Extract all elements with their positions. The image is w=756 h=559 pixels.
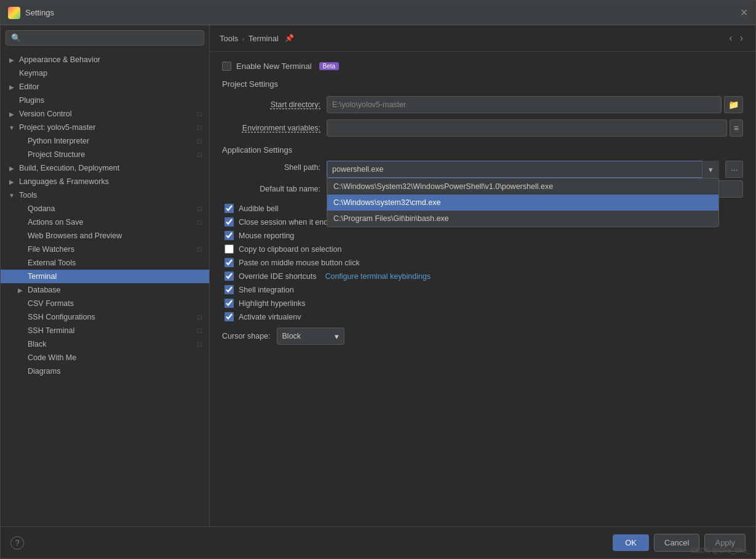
checkbox-activate-virtualenv[interactable] bbox=[225, 312, 234, 321]
sidebar-label-code-with-me: Code With Me bbox=[28, 353, 76, 362]
sidebar-item-ssh-terminal[interactable]: SSH Terminal□ bbox=[1, 324, 209, 337]
sidebar-label-tools: Tools bbox=[19, 191, 37, 199]
search-input[interactable] bbox=[25, 34, 199, 42]
pin-icon[interactable]: 📌 bbox=[285, 34, 294, 42]
sidebar-label-diagrams: Diagrams bbox=[28, 367, 61, 376]
right-panel: Tools › Terminal 📌 ‹ › Enable New Termin… bbox=[210, 25, 755, 526]
sidebar-item-file-watchers[interactable]: File Watchers□ bbox=[1, 243, 209, 256]
close-button[interactable]: ✕ bbox=[740, 7, 748, 18]
checkbox-copy-clipboard[interactable] bbox=[225, 244, 234, 254]
sidebar-item-python-interpreter[interactable]: Python Interpreter□ bbox=[1, 134, 209, 148]
sidebar-item-ssh-configurations[interactable]: SSH Configurations□ bbox=[1, 310, 209, 324]
sidebar-label-black: Black bbox=[28, 340, 47, 348]
sidebar-item-database[interactable]: ▶Database bbox=[1, 283, 209, 297]
checkbox-label-mouse-reporting: Mouse reporting bbox=[239, 231, 294, 240]
sidebar-item-project[interactable]: ▼Project: yolov5-master□ bbox=[1, 121, 209, 134]
sidebar-item-build[interactable]: ▶Build, Execution, Deployment bbox=[1, 161, 209, 175]
checkbox-row-copy-clipboard: Copy to clipboard on selection bbox=[222, 244, 743, 254]
sidebar-item-terminal[interactable]: Terminal□ bbox=[1, 270, 209, 283]
sidebar-item-external-tools[interactable]: External Tools bbox=[1, 256, 209, 270]
shell-dropdown-item-2[interactable]: C:\Program Files\Git\bin\bash.exe bbox=[327, 211, 718, 227]
configure-keybindings-link[interactable]: Configure terminal keybindings bbox=[325, 272, 431, 281]
cursor-shape-value: Block bbox=[282, 332, 301, 340]
sidebar-item-plugins[interactable]: Plugins bbox=[1, 94, 209, 107]
sidebar-item-appearance[interactable]: ▶Appearance & Behavior bbox=[1, 53, 209, 66]
sidebar-item-version-control[interactable]: ▶Version Control□ bbox=[1, 107, 209, 121]
sidebar-item-diagrams[interactable]: Diagrams bbox=[1, 364, 209, 378]
watermark: CSDN @Che_Che_ bbox=[691, 547, 751, 554]
nav-badge-actions-on-save: □ bbox=[197, 219, 202, 226]
enable-new-terminal-label: Enable New Terminal bbox=[236, 62, 312, 71]
checkbox-label-copy-clipboard: Copy to clipboard on selection bbox=[239, 245, 341, 254]
sidebar-item-tools[interactable]: ▼Tools bbox=[1, 188, 209, 202]
panel-nav: ‹ › bbox=[726, 31, 746, 45]
sidebar-item-actions-on-save[interactable]: Actions on Save□ bbox=[1, 215, 209, 229]
sidebar-item-project-structure[interactable]: Project Structure□ bbox=[1, 148, 209, 161]
nav-badge-project-structure: □ bbox=[197, 151, 202, 158]
ok-button[interactable]: OK bbox=[613, 534, 649, 551]
nav-back-button[interactable]: ‹ bbox=[726, 31, 734, 45]
env-variables-input[interactable] bbox=[327, 119, 727, 137]
panel-header: Tools › Terminal 📌 ‹ › bbox=[210, 25, 755, 52]
nav-badge-terminal: □ bbox=[197, 273, 202, 280]
sidebar-label-terminal: Terminal bbox=[28, 272, 57, 281]
sidebar-label-python-interpreter: Python Interpreter bbox=[28, 137, 89, 145]
checkbox-label-paste-middle: Paste on middle mouse button click bbox=[239, 259, 360, 267]
checkbox-shell-integration[interactable] bbox=[225, 285, 234, 294]
shell-dropdown-item-1[interactable]: C:\Windows\system32\cmd.exe bbox=[327, 195, 718, 211]
sidebar-label-keymap: Keymap bbox=[19, 69, 47, 78]
search-box[interactable]: 🔍 bbox=[6, 30, 204, 46]
app-logo bbox=[8, 7, 20, 19]
sidebar-label-external-tools: External Tools bbox=[28, 259, 76, 267]
shell-dropdown-item-0[interactable]: C:\Windows\System32\WindowsPowerShell\v1… bbox=[327, 179, 718, 195]
sidebar-label-editor: Editor bbox=[19, 82, 39, 91]
nav-badge-ssh-terminal: □ bbox=[197, 327, 202, 334]
checkbox-close-session[interactable] bbox=[225, 217, 234, 227]
cursor-shape-arrow: ▾ bbox=[335, 332, 339, 341]
sidebar-item-keymap[interactable]: Keymap bbox=[1, 66, 209, 80]
sidebar-item-black[interactable]: Black□ bbox=[1, 337, 209, 351]
sidebar-label-languages: Languages & Frameworks bbox=[19, 177, 109, 186]
sidebar-item-languages[interactable]: ▶Languages & Frameworks bbox=[1, 175, 209, 188]
sidebar-item-web-browsers[interactable]: Web Browsers and Preview bbox=[1, 229, 209, 243]
shell-path-more-button[interactable]: ··· bbox=[725, 161, 743, 178]
sidebar-item-csv-formats[interactable]: CSV Formats bbox=[1, 297, 209, 310]
sidebar-label-csv-formats: CSV Formats bbox=[28, 299, 74, 308]
cursor-shape-select[interactable]: Block ▾ bbox=[277, 328, 344, 345]
checkbox-label-override-ide: Override IDE shortcuts bbox=[239, 272, 316, 281]
sidebar-item-editor[interactable]: ▶Editor bbox=[1, 80, 209, 94]
checkbox-highlight-hyperlinks[interactable] bbox=[225, 299, 234, 308]
sidebar-item-qodana[interactable]: Qodana□ bbox=[1, 202, 209, 215]
sidebar-label-version-control: Version Control bbox=[19, 110, 71, 118]
default-tab-label: Default tab name: bbox=[222, 185, 320, 193]
breadcrumb: Tools › Terminal 📌 bbox=[220, 34, 294, 43]
enable-new-terminal-checkbox[interactable] bbox=[222, 62, 231, 71]
settings-window: Settings ✕ 🔍 ▶Appearance & BehaviorKeyma… bbox=[0, 0, 756, 559]
start-directory-browse-button[interactable]: 📁 bbox=[724, 96, 743, 113]
checkbox-label-audible-bell: Audible bell bbox=[239, 204, 279, 213]
breadcrumb-parent[interactable]: Tools bbox=[220, 34, 238, 43]
checkbox-mouse-reporting[interactable] bbox=[225, 231, 234, 240]
sidebar-label-actions-on-save: Actions on Save bbox=[28, 218, 83, 227]
checkbox-label-activate-virtualenv: Activate virtualenv bbox=[239, 313, 301, 321]
nav-forward-button[interactable]: › bbox=[738, 31, 746, 45]
nav-badge-file-watchers: □ bbox=[197, 246, 202, 253]
shell-path-input[interactable] bbox=[327, 161, 719, 178]
sidebar-label-web-browsers: Web Browsers and Preview bbox=[28, 231, 122, 240]
sidebar-label-project-structure: Project Structure bbox=[28, 150, 85, 159]
checkbox-row-shell-integration: Shell integration bbox=[222, 285, 743, 294]
nav-badge-python-interpreter: □ bbox=[197, 137, 202, 145]
start-directory-input[interactable] bbox=[327, 96, 722, 113]
env-variables-edit-button[interactable]: ≡ bbox=[730, 119, 743, 137]
shell-path-dropdown-button[interactable]: ▾ bbox=[702, 161, 719, 178]
checkbox-override-ide[interactable] bbox=[225, 271, 234, 281]
checkbox-paste-middle[interactable] bbox=[225, 258, 234, 267]
sidebar-item-code-with-me[interactable]: Code With Me bbox=[1, 351, 209, 364]
checkbox-label-shell-integration: Shell integration bbox=[239, 286, 294, 294]
window-title: Settings bbox=[25, 8, 54, 17]
help-button[interactable]: ? bbox=[10, 536, 24, 550]
env-variables-row: Environment variables: ≡ bbox=[222, 119, 743, 137]
nav-arrow-build: ▶ bbox=[8, 165, 15, 172]
shell-dropdown-menu: C:\Windows\System32\WindowsPowerShell\v1… bbox=[327, 178, 719, 227]
checkbox-audible-bell[interactable] bbox=[225, 204, 234, 213]
